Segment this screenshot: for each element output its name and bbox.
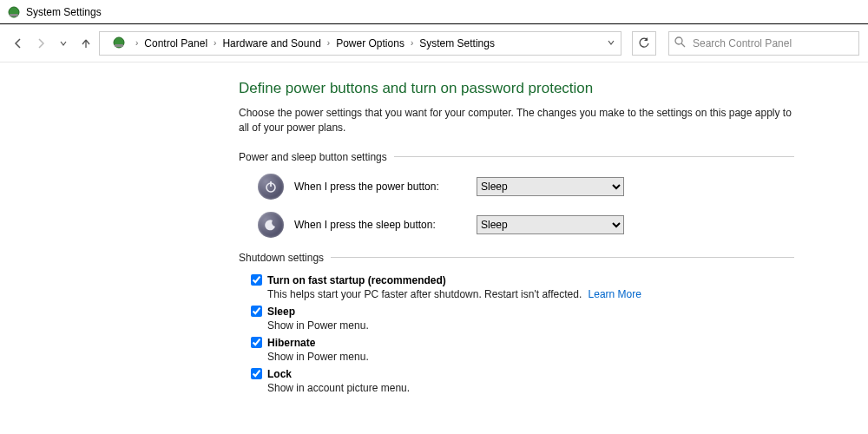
navigation-bar: › Control Panel › Hardware and Sound › P… [0,24,868,62]
learn-more-link[interactable]: Learn More [589,288,641,300]
sleep-button-row: When I press the sleep button: Sleep [258,212,794,238]
group-title: Power and sleep button settings [239,151,387,163]
window-titlebar: System Settings [0,0,868,24]
lock-label: Lock [267,368,292,380]
divider [394,156,794,157]
sleep-button-icon [258,212,284,238]
power-options-icon [7,5,21,19]
sleep-description: Show in Power menu. [267,319,794,332]
sleep-row: Sleep Show in Power menu. [251,306,794,332]
breadcrumb-control-panel[interactable]: Control Panel [142,36,209,51]
refresh-button[interactable] [632,31,656,56]
sleep-button-select[interactable]: Sleep [477,215,624,234]
window-title: System Settings [26,6,102,18]
up-button[interactable] [76,34,95,53]
search-icon [674,36,686,50]
search-input[interactable] [691,36,853,50]
divider [331,257,794,258]
page-title: Define power buttons and turn on passwor… [239,80,868,97]
fast-startup-checkbox[interactable] [251,274,262,286]
power-options-icon [112,36,128,51]
hibernate-description: Show in Power menu. [267,351,794,363]
hibernate-row: Hibernate Show in Power menu. [251,337,794,363]
svg-rect-3 [115,44,123,47]
hibernate-checkbox[interactable] [251,337,262,348]
chevron-right-icon[interactable]: › [135,38,138,48]
power-button-row: When I press the power button: Sleep [258,174,794,200]
search-box[interactable] [668,31,859,56]
chevron-right-icon[interactable]: › [214,38,216,48]
group-title: Shutdown settings [239,252,324,264]
sleep-checkbox[interactable] [251,306,262,317]
address-bar-dropdown-icon[interactable] [607,38,615,49]
svg-rect-1 [10,14,18,16]
content-area: Define power buttons and turn on passwor… [0,62,868,394]
chevron-right-icon[interactable]: › [411,38,413,48]
svg-point-4 [675,37,682,44]
chevron-right-icon[interactable]: › [327,38,330,48]
fast-startup-row: Turn on fast startup (recommended) This … [251,274,794,300]
breadcrumb-system-settings[interactable]: System Settings [418,36,496,51]
address-bar[interactable]: › Control Panel › Hardware and Sound › P… [99,31,621,56]
power-sleep-button-settings-group: Power and sleep button settings When I p… [239,151,794,238]
hibernate-label: Hibernate [267,337,315,349]
sleep-button-label: When I press the sleep button: [294,219,477,231]
power-button-icon [258,174,284,200]
lock-row: Lock Show in account picture menu. [251,368,794,394]
fast-startup-description: This helps start your PC faster after sh… [267,288,582,300]
breadcrumb-hardware-and-sound[interactable]: Hardware and Sound [220,36,322,51]
power-button-label: When I press the power button: [294,181,477,193]
recent-locations-dropdown[interactable] [54,34,73,53]
breadcrumb-power-options[interactable]: Power Options [334,36,406,51]
lock-checkbox[interactable] [251,368,262,379]
shutdown-settings-group: Shutdown settings Turn on fast startup (… [239,252,794,394]
sleep-label: Sleep [267,306,295,318]
fast-startup-label: Turn on fast startup (recommended) [267,274,446,286]
forward-button[interactable] [31,34,50,53]
svg-line-5 [681,43,685,47]
power-button-select[interactable]: Sleep [477,177,624,196]
lock-description: Show in account picture menu. [267,382,794,394]
back-button[interactable] [9,34,28,53]
page-description: Choose the power settings that you want … [239,106,794,135]
